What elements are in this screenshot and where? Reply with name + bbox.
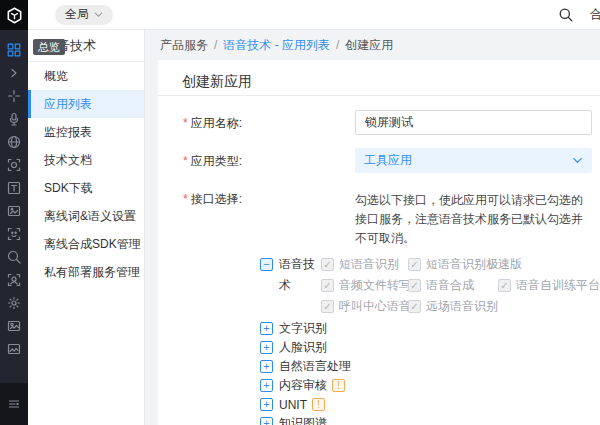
breadcrumb-create-app: 创建应用: [345, 37, 393, 54]
speech-check-grid: ✓ 短语音识别 ✓ 短语音识别极速版 ✓: [321, 254, 600, 317]
globe-icon[interactable]: [0, 130, 28, 153]
breadcrumb-app-list-link[interactable]: 语音技术 - 应用列表: [223, 37, 330, 54]
breadcrumb-separator: /: [336, 38, 339, 52]
expandable-groups: + 文字识别 + 人脸识别 + 自然语言处理 +: [260, 319, 600, 425]
expand-toggle-icon[interactable]: +: [260, 379, 273, 392]
topbar-partial-text[interactable]: 合: [590, 6, 600, 23]
breadcrumb-separator: /: [214, 38, 217, 52]
overview-tooltip: 总览: [33, 39, 65, 55]
app-type-select[interactable]: 工具应用: [355, 148, 592, 173]
checkbox-checked-icon: ✓: [408, 279, 421, 292]
chevron-down-icon: [572, 155, 583, 166]
scope-selector[interactable]: 全局: [55, 5, 113, 25]
interface-row: *接口选择: 勾选以下接口，使此应用可以请求已勾选的接口服务，注意语音技术服务已…: [183, 186, 600, 248]
sidebar-item-tech-docs[interactable]: 技术文档: [28, 146, 144, 174]
sidebar-item-offline-words[interactable]: 离线词&语义设置: [28, 202, 144, 230]
collapse-toggle-icon[interactable]: −: [260, 258, 273, 271]
checkbox-checked-icon: ✓: [408, 300, 421, 313]
interface-label: *接口选择:: [183, 186, 355, 208]
required-asterisk: *: [183, 192, 188, 206]
icon-rail: [0, 0, 28, 425]
page: 全局 合 总览 语音技术 概览 应用列表 监控报表 技术文档 SDK下载 离线词…: [0, 0, 600, 425]
image-process-icon[interactable]: [0, 314, 28, 337]
warning-badge-icon: !: [332, 379, 345, 392]
face-scan-alt-icon[interactable]: [0, 268, 28, 291]
group-ocr[interactable]: + 文字识别: [260, 319, 600, 338]
check-self-train[interactable]: ✓ 语音自训练平台: [498, 275, 600, 296]
expand-toggle-icon[interactable]: +: [260, 398, 273, 411]
rail-bottom: [0, 383, 28, 425]
page-title: 创建新应用: [158, 60, 600, 96]
checkbox-checked-icon: ✓: [498, 279, 511, 292]
image-search-icon[interactable]: [0, 245, 28, 268]
sidebar-item-private-deploy[interactable]: 私有部署服务管理: [28, 258, 144, 286]
check-audio-transcribe[interactable]: ✓ 音频文件转写: [321, 275, 408, 296]
group-knowledge-graph[interactable]: + 知识图谱: [260, 414, 600, 425]
face-scan-icon[interactable]: [0, 153, 28, 176]
group-nlp[interactable]: + 自然语言处理: [260, 357, 600, 376]
image-landscape-icon[interactable]: [0, 337, 28, 360]
app-name-label: *应用名称:: [183, 110, 355, 132]
overview-grid-icon[interactable]: [0, 38, 28, 61]
check-short-speech[interactable]: ✓ 短语音识别: [321, 254, 408, 275]
sidebar-item-monitor-report[interactable]: 监控报表: [28, 118, 144, 146]
checkbox-checked-icon: ✓: [321, 258, 334, 271]
brand-logo[interactable]: [0, 0, 28, 30]
scope-label: 全局: [65, 6, 89, 23]
expand-toggle-icon[interactable]: +: [260, 322, 273, 335]
speech-group: − 语音技术 ✓ 短语音识别 ✓ 短语音识别极速版: [260, 254, 600, 317]
checkbox-checked-icon: ✓: [408, 258, 421, 271]
check-short-speech-fast[interactable]: ✓ 短语音识别极速版: [408, 254, 522, 275]
menu-collapse-icon[interactable]: [0, 393, 28, 416]
speech-group-label: 语音技术: [279, 254, 321, 296]
interface-tree: − 语音技术 ✓ 短语音识别 ✓ 短语音识别极速版: [260, 254, 600, 425]
microphone-icon[interactable]: [0, 107, 28, 130]
cross-nav-icon[interactable]: [0, 84, 28, 107]
create-app-card: 创建新应用 *应用名称: *应用类型:: [158, 60, 600, 425]
product-subnav: 总览 语音技术 概览 应用列表 监控报表 技术文档 SDK下载 离线词&语义设置…: [28, 30, 145, 425]
check-callcenter-speech[interactable]: ✓ 呼叫中心语音: [321, 296, 408, 317]
breadcrumb: 产品服务 / 语音技术 - 应用列表 / 创建应用: [145, 30, 600, 60]
checkbox-checked-icon: ✓: [321, 300, 334, 313]
group-unit[interactable]: + UNIT !: [260, 395, 600, 414]
sidebar-item-overview[interactable]: 概览: [28, 62, 144, 90]
warning-badge-icon: !: [312, 398, 325, 411]
expand-toggle-icon[interactable]: +: [260, 341, 273, 354]
check-tts[interactable]: ✓ 语音合成: [408, 275, 498, 296]
main-content: 产品服务 / 语音技术 - 应用列表 / 创建应用 创建新应用 *应用名称:: [145, 30, 600, 425]
search-icon[interactable]: [558, 7, 574, 23]
breadcrumb-product-services[interactable]: 产品服务: [160, 37, 208, 54]
expand-toggle-icon[interactable]: +: [260, 417, 273, 425]
expand-toggle-icon[interactable]: +: [260, 360, 273, 373]
check-farfield-asr[interactable]: ✓ 远场语音识别: [408, 296, 498, 317]
checkbox-checked-icon: ✓: [321, 279, 334, 292]
sidebar-item-app-list[interactable]: 应用列表: [28, 90, 144, 118]
sidebar-item-offline-tts-sdk[interactable]: 离线合成SDK管理: [28, 230, 144, 258]
chevron-right-icon[interactable]: [0, 61, 28, 84]
required-asterisk: *: [183, 154, 188, 168]
app-name-row: *应用名称:: [183, 110, 600, 135]
sidebar-item-sdk-download[interactable]: SDK下载: [28, 174, 144, 202]
app-name-input[interactable]: [355, 110, 592, 135]
text-ocr-icon[interactable]: [0, 176, 28, 199]
create-app-form: *应用名称: *应用类型: 工具应用: [158, 96, 600, 425]
gear-icon[interactable]: [0, 291, 28, 314]
group-face[interactable]: + 人脸识别: [260, 338, 600, 357]
app-type-value: 工具应用: [364, 152, 572, 169]
face-detect-icon[interactable]: [0, 222, 28, 245]
app-type-label: *应用类型:: [183, 148, 355, 170]
group-content-review[interactable]: + 内容审核 !: [260, 376, 600, 395]
interface-description: 勾选以下接口，使此应用可以请求已勾选的接口服务，注意语音技术服务已默认勾选并不可…: [355, 186, 592, 248]
app-type-row: *应用类型: 工具应用: [183, 148, 600, 173]
image-tech-icon[interactable]: [0, 199, 28, 222]
chevron-down-icon: [94, 10, 103, 19]
cloud-logo-icon: [6, 7, 23, 24]
topbar: 全局 合: [28, 0, 600, 30]
required-asterisk: *: [183, 116, 188, 130]
